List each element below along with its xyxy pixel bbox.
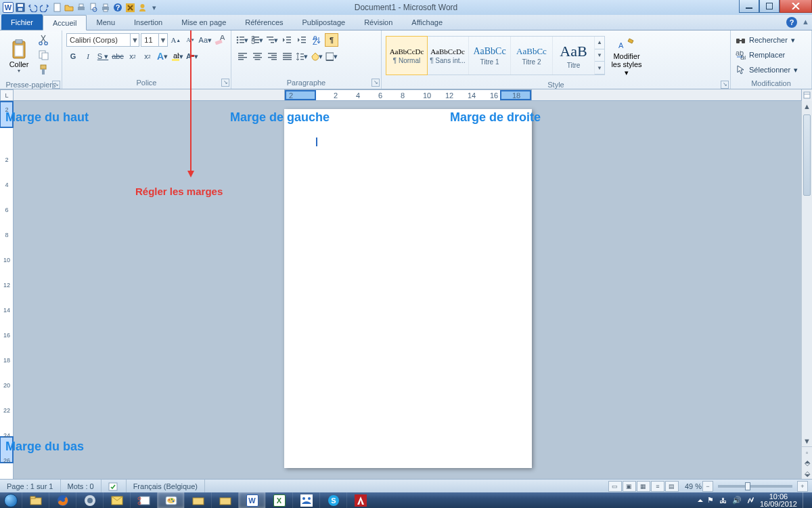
zoom-out-button[interactable]: − bbox=[702, 481, 713, 492]
zoom-in-button[interactable]: + bbox=[797, 481, 808, 492]
view-fullscreen-button[interactable]: ▣ bbox=[623, 481, 636, 492]
help-button[interactable]: ? bbox=[786, 17, 797, 28]
cut-button[interactable] bbox=[37, 33, 50, 47]
tray-sound-icon[interactable]: 🔊 bbox=[732, 496, 742, 505]
qat-new-icon[interactable] bbox=[51, 2, 62, 13]
vertical-scrollbar[interactable]: ▲ ▼ ◦ ⬘ ⬙ bbox=[801, 101, 812, 479]
gallery-up-icon[interactable]: ▲ bbox=[595, 37, 604, 49]
qat-quickprint-icon[interactable] bbox=[76, 2, 87, 13]
gallery-down-icon[interactable]: ▼ bbox=[595, 49, 604, 62]
task-skype[interactable]: S bbox=[319, 492, 346, 508]
copy-button[interactable] bbox=[37, 48, 50, 62]
task-outlook[interactable] bbox=[103, 492, 130, 508]
tab-file[interactable]: Fichier bbox=[1, 14, 43, 30]
bullets-button[interactable]: ▾ bbox=[235, 33, 249, 47]
format-painter-button[interactable] bbox=[37, 63, 50, 77]
font-launcher-icon[interactable]: ↘ bbox=[221, 79, 229, 87]
tab-accueil[interactable]: Accueil bbox=[43, 15, 87, 30]
view-draft-button[interactable]: ▤ bbox=[665, 481, 679, 492]
task-app1[interactable] bbox=[76, 492, 103, 508]
select-button[interactable]: Sélectionner ▾ bbox=[735, 63, 798, 77]
qat-close-icon[interactable] bbox=[125, 2, 135, 13]
style--normal[interactable]: AaBbCcDc¶ Normal bbox=[386, 36, 428, 75]
task-folder3[interactable] bbox=[211, 492, 238, 508]
tray-battery-icon[interactable]: 🗲 bbox=[747, 496, 754, 505]
grow-font-button[interactable]: A▲ bbox=[169, 33, 183, 47]
task-excel[interactable]: X bbox=[265, 492, 292, 508]
numbering-button[interactable]: 123▾ bbox=[250, 33, 264, 47]
document-page[interactable] bbox=[284, 109, 532, 468]
indent-inc-button[interactable] bbox=[295, 33, 309, 47]
task-firefox[interactable] bbox=[49, 492, 76, 508]
vertical-ruler[interactable]: 22468101214161820222426 bbox=[0, 101, 14, 479]
gallery-more-icon[interactable]: ▼ bbox=[595, 62, 604, 75]
ruler-toggle-icon[interactable] bbox=[801, 89, 812, 101]
tab-revision[interactable]: Révision bbox=[355, 14, 402, 30]
paste-button[interactable]: Coller ▼ bbox=[4, 33, 34, 78]
status-language[interactable]: Français (Belgique) bbox=[127, 480, 205, 492]
show-desktop-button[interactable] bbox=[803, 492, 808, 508]
task-explorer[interactable] bbox=[22, 492, 49, 508]
strike-button[interactable]: abc bbox=[111, 49, 125, 63]
style--sans-int-[interactable]: AaBbCcDc¶ Sans int... bbox=[427, 37, 469, 75]
replace-button[interactable]: abacRemplacer bbox=[735, 48, 798, 62]
italic-button[interactable]: I bbox=[81, 49, 95, 63]
task-word[interactable]: W bbox=[238, 492, 265, 508]
justify-button[interactable] bbox=[280, 49, 294, 63]
tab-publipostage[interactable]: Publipostage bbox=[293, 14, 355, 30]
qat-redo-icon[interactable] bbox=[39, 2, 50, 13]
window-minimize-button[interactable] bbox=[739, 0, 759, 13]
style-titre[interactable]: AaBTitre bbox=[553, 37, 595, 75]
qat-help-icon[interactable]: ? bbox=[112, 2, 123, 13]
style-titre-2[interactable]: AaBbCcTitre 2 bbox=[511, 37, 553, 75]
qat-open-icon[interactable] bbox=[64, 2, 74, 13]
tray-flag-icon[interactable]: ⚑ bbox=[707, 496, 714, 505]
task-adobe[interactable] bbox=[346, 492, 374, 508]
task-ooo[interactable] bbox=[292, 492, 319, 508]
scroll-down-icon[interactable]: ▼ bbox=[802, 436, 812, 446]
align-right-button[interactable] bbox=[265, 49, 279, 63]
qat-more-icon[interactable]: ▾ bbox=[149, 2, 160, 13]
styles-gallery[interactable]: AaBbCcDc¶ NormalAaBbCcDc¶ Sans int...AaB… bbox=[386, 36, 605, 75]
status-proof[interactable] bbox=[102, 480, 127, 492]
superscript-button[interactable]: x2 bbox=[141, 49, 154, 63]
font-size-combo[interactable]: 11▼ bbox=[141, 33, 168, 47]
status-page[interactable]: Page : 1 sur 1 bbox=[0, 480, 61, 492]
view-print-layout-button[interactable]: ▭ bbox=[608, 481, 622, 492]
change-styles-button[interactable]: A Modifier les styles▾ bbox=[608, 33, 646, 78]
tray-clock[interactable]: 10:0616/09/2012 bbox=[760, 493, 797, 508]
tab-mise-en-page[interactable]: Mise en page bbox=[172, 14, 235, 30]
zoom-percent[interactable]: 49 % bbox=[685, 482, 702, 490]
tab-affichage[interactable]: Affichage bbox=[402, 14, 452, 30]
view-outline-button[interactable]: ≡ bbox=[651, 481, 664, 492]
qat-undo-icon[interactable] bbox=[27, 2, 38, 13]
tab-selector[interactable]: L bbox=[0, 89, 14, 101]
scroll-up-icon[interactable]: ▲ bbox=[802, 101, 812, 112]
clipboard-launcher-icon[interactable]: ↘ bbox=[52, 81, 60, 89]
view-web-button[interactable]: ▦ bbox=[637, 481, 650, 492]
clear-format-button[interactable]: A bbox=[213, 33, 227, 47]
font-name-combo[interactable]: Calibri (Corps)▼ bbox=[66, 33, 139, 47]
task-snip[interactable] bbox=[130, 492, 157, 508]
qat-save-icon[interactable] bbox=[15, 2, 26, 13]
ribbon-minimize-icon[interactable]: ▲ bbox=[802, 18, 809, 26]
text-effects-button[interactable]: A▾ bbox=[156, 49, 169, 63]
borders-button[interactable]: ▾ bbox=[325, 49, 338, 63]
tab-insertion[interactable]: Insertion bbox=[125, 14, 172, 30]
browse-object-icon[interactable]: ◦ bbox=[802, 446, 812, 457]
subscript-button[interactable]: x2 bbox=[126, 49, 139, 63]
font-color-button[interactable]: A▾ bbox=[185, 49, 199, 63]
window-maximize-button[interactable] bbox=[759, 0, 780, 13]
tray-show-hidden-icon[interactable] bbox=[698, 499, 703, 502]
underline-button[interactable]: S ▾ bbox=[96, 49, 110, 63]
styles-launcher-icon[interactable]: ↘ bbox=[721, 81, 729, 89]
show-hide-button[interactable]: ¶ bbox=[325, 33, 338, 47]
horizontal-ruler[interactable]: L 224681012141618 bbox=[0, 89, 812, 101]
paragraph-launcher-icon[interactable]: ↘ bbox=[371, 79, 380, 87]
start-button[interactable] bbox=[0, 492, 22, 508]
next-page-icon[interactable]: ⬙ bbox=[802, 468, 812, 479]
align-left-button[interactable] bbox=[235, 49, 249, 63]
style-titre-1[interactable]: AaBbCcTitre 1 bbox=[469, 37, 511, 75]
qat-print-icon[interactable] bbox=[100, 2, 111, 13]
system-tray[interactable]: ⚑ 🖧 🔊 🗲 10:0616/09/2012 bbox=[695, 492, 812, 508]
